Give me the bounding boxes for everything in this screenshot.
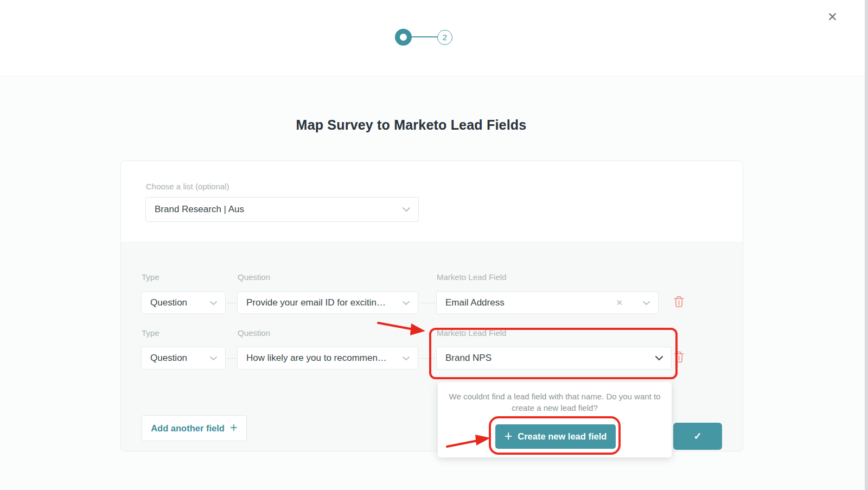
create-button-label: Create new lead field <box>518 431 607 442</box>
question-select[interactable]: How likely are you to recommen… <box>237 347 418 370</box>
create-new-lead-field-button[interactable]: + Create new lead field <box>495 424 616 449</box>
page-title: Map Survey to Marketo Lead Fields <box>86 117 737 133</box>
connector-dash <box>227 303 236 303</box>
trash-icon[interactable] <box>674 296 685 308</box>
lead-field-label: Marketo Lead Field <box>437 328 506 338</box>
connector-dash <box>420 358 435 359</box>
stepper-connector <box>412 36 438 37</box>
type-select[interactable]: Question <box>141 347 226 370</box>
lead-field-select-highlighted[interactable]: Brand NPS <box>436 347 672 370</box>
chevron-down-icon <box>402 207 411 212</box>
popover-message-line1: We couldnt find a lead field with that n… <box>448 391 662 402</box>
step-1-indicator[interactable] <box>395 29 412 46</box>
lead-field-value: Email Address <box>445 297 616 308</box>
type-value: Question <box>150 297 204 308</box>
step-2-indicator[interactable]: 2 <box>437 30 452 45</box>
add-field-label: Add another field <box>151 423 225 434</box>
chevron-down-icon <box>642 301 650 306</box>
lead-field-select[interactable]: Email Address ✕ <box>436 291 659 314</box>
chevron-down-icon <box>402 356 410 361</box>
question-label: Question <box>238 328 270 338</box>
type-value: Question <box>150 353 204 364</box>
stepper: 2 <box>395 29 454 46</box>
chevron-down-icon <box>209 301 218 306</box>
choose-list-select[interactable]: Brand Research | Aus <box>145 197 419 222</box>
connector-dash <box>227 358 236 359</box>
window-edge-strip <box>865 0 868 490</box>
chevron-down-icon <box>402 301 410 306</box>
add-another-field-button[interactable]: Add another field + <box>142 415 247 441</box>
trash-icon[interactable] <box>674 351 685 363</box>
clear-x-icon[interactable]: ✕ <box>616 298 623 308</box>
question-label: Question <box>238 272 270 282</box>
type-select[interactable]: Question <box>141 291 226 314</box>
plus-icon: + <box>505 428 513 444</box>
chevron-down-icon <box>209 356 218 361</box>
modal-header: 2 ✕ <box>0 0 868 77</box>
lead-field-label: Marketo Lead Field <box>437 272 506 282</box>
question-value: How likely are you to recommen… <box>246 353 397 364</box>
question-select[interactable]: Provide your email ID for excitin… <box>237 291 418 314</box>
connector-dash <box>420 303 435 303</box>
type-label: Type <box>142 328 159 338</box>
lead-field-value: Brand NPS <box>445 353 649 364</box>
type-label: Type <box>142 272 159 282</box>
chevron-down-icon <box>655 355 663 361</box>
submit-button[interactable]: ✓ <box>673 423 722 450</box>
close-icon[interactable]: ✕ <box>827 9 838 25</box>
choose-list-value: Brand Research | Aus <box>155 204 397 215</box>
plus-icon: + <box>230 420 238 435</box>
question-value: Provide your email ID for excitin… <box>246 297 397 308</box>
check-icon: ✓ <box>693 431 701 442</box>
popover-message-line2: create a new lead field? <box>448 402 662 413</box>
create-lead-field-popover: We couldnt find a lead field with that n… <box>438 382 672 457</box>
choose-list-label: Choose a list (optional) <box>146 182 229 191</box>
